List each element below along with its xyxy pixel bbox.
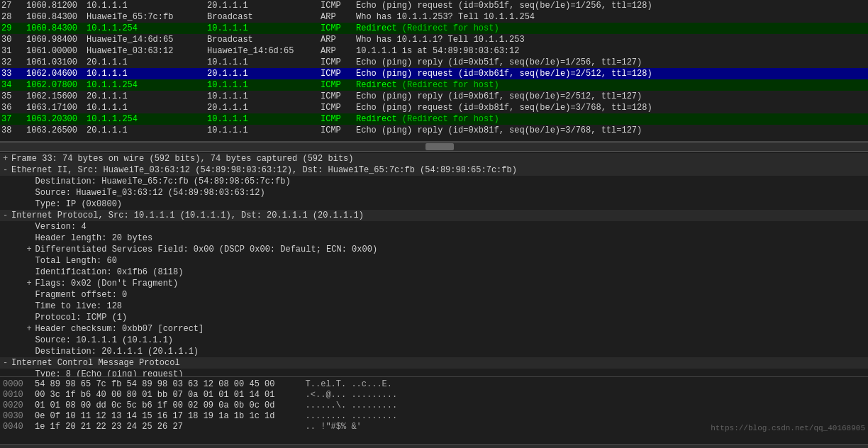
detail-child-row: Time to live: 128 (0, 301, 868, 312)
child-label: Fragment offset: 0 (35, 290, 128, 300)
pkt-info: Redirect (Redirect for host) (356, 23, 499, 33)
packet-row[interactable]: 371063.2030010.1.1.25410.1.1.1ICMPRedire… (0, 113, 868, 125)
pkt-src: 10.1.1.1 (87, 1, 207, 11)
pkt-no: 35 (1, 91, 26, 101)
child-label: Source: HuaweiTe_03:63:12 (54:89:98:03:6… (35, 188, 265, 198)
hex-bytes: 01 01 08 00 dd 0c 5c b6 1f 00 02 09 0a 0… (35, 401, 290, 410)
detail-child-row: + Header checksum: 0xbb07 [correct] (0, 323, 868, 335)
pkt-info: Echo (ping) request (id=0xb81f, seq(be/l… (356, 103, 652, 113)
detail-child-row: Type: IP (0x0800) (0, 198, 868, 210)
hex-bytes: 00 3c 1f b6 40 00 80 01 bb 07 0a 01 01 0… (35, 390, 290, 400)
child-label: Flags: 0x02 (Don't Fragment) (35, 279, 179, 289)
detail-child-row: Destination: 20.1.1.1 (20.1.1.1) (0, 346, 868, 357)
status-bar: Packets: 38 Displayed: 38 Marked: 0 (0, 444, 868, 448)
pkt-no: 32 (1, 57, 26, 67)
pkt-dst: Broadcast (207, 35, 321, 45)
packet-row[interactable]: 291060.8430010.1.1.25410.1.1.1ICMPRedire… (0, 23, 868, 34)
hex-addr: 0030 (3, 411, 35, 421)
pkt-no: 27 (1, 1, 26, 11)
pkt-src: HuaweiTe_03:63:12 (87, 46, 207, 56)
pkt-src: 10.1.1.254 (87, 23, 207, 33)
packet-row[interactable]: 311061.00000HuaweiTe_03:63:12HuaweiTe_14… (0, 45, 868, 57)
pkt-dst: 10.1.1.1 (207, 91, 321, 101)
child-expand-icon[interactable]: + (27, 324, 35, 334)
pkt-no: 34 (1, 80, 26, 90)
pkt-src: 10.1.1.254 (87, 80, 207, 90)
expand-icon[interactable]: + (3, 154, 11, 164)
child-label: Version: 4 (35, 222, 87, 232)
pkt-proto: ARP (321, 35, 356, 45)
hex-bytes: 54 89 98 65 7c fb 54 89 98 03 63 12 08 0… (35, 379, 290, 389)
hex-row: 001000 3c 1f b6 40 00 80 01 bb 07 0a 01 … (0, 389, 868, 400)
pkt-dst: 10.1.1.1 (207, 114, 321, 124)
detail-section-header[interactable]: - Internet Protocol, Src: 10.1.1.1 (10.1… (0, 210, 868, 221)
pkt-time: 1061.00000 (26, 46, 87, 56)
pkt-src: 20.1.1.1 (87, 91, 207, 101)
pkt-proto: ARP (321, 12, 356, 22)
hex-ascii: ......\. ......... (290, 401, 397, 410)
packet-row[interactable]: 361063.1710010.1.1.120.1.1.1ICMPEcho (pi… (0, 102, 868, 113)
packet-row[interactable]: 331062.0460010.1.1.120.1.1.1ICMPEcho (pi… (0, 68, 868, 79)
pkt-no: 36 (1, 103, 26, 113)
pkt-dst: 10.1.1.1 (207, 80, 321, 90)
pkt-proto: ICMP (321, 91, 356, 101)
pkt-time: 1062.15600 (26, 91, 87, 101)
child-label: Identification: 0x1fb6 (8118) (35, 267, 184, 277)
pkt-info: Echo (ping) reply (id=0xb51f, seq(be/le)… (356, 57, 642, 67)
section-label: Internet Protocol, Src: 10.1.1.1 (10.1.1… (11, 211, 364, 220)
pkt-time: 1061.03100 (26, 57, 87, 67)
hex-bytes: 1e 1f 20 21 22 23 24 25 26 27 (35, 422, 290, 432)
packet-row[interactable]: 351062.1560020.1.1.110.1.1.1ICMPEcho (pi… (0, 91, 868, 102)
pkt-proto: ICMP (321, 103, 356, 113)
detail-child-row: Total Length: 60 (0, 255, 868, 267)
hex-ascii: .<..@... ......... (290, 390, 397, 400)
pkt-proto: ICMP (321, 125, 356, 135)
detail-child-row: Identification: 0x1fb6 (8118) (0, 267, 868, 278)
detail-child-row: Header length: 20 bytes (0, 233, 868, 244)
pkt-no: 29 (1, 23, 26, 33)
packet-row[interactable]: 381063.2650020.1.1.110.1.1.1ICMPEcho (pi… (0, 125, 868, 136)
pkt-dst: 20.1.1.1 (207, 69, 321, 79)
scrollbar-thumb[interactable] (425, 143, 454, 150)
detail-section-header[interactable]: - Ethernet II, Src: HuaweiTe_03:63:12 (5… (0, 164, 868, 176)
pkt-info: Redirect (Redirect for host) (356, 80, 499, 90)
packet-list[interactable]: 271060.8120010.1.1.120.1.1.1ICMPEcho (pi… (0, 0, 868, 142)
detail-child-row: + Differentiated Services Field: 0x00 (D… (0, 244, 868, 255)
pkt-dst: Broadcast (207, 12, 321, 22)
detail-child-row: Destination: HuaweiTe_65:7c:fb (54:89:98… (0, 176, 868, 187)
packet-row[interactable]: 321061.0310020.1.1.110.1.1.1ICMPEcho (pi… (0, 57, 868, 68)
pkt-dst: 10.1.1.1 (207, 125, 321, 135)
pkt-info: 10.1.1.1 is at 54:89:98:03:63:12 (356, 46, 519, 56)
expand-icon[interactable]: - (3, 165, 11, 175)
pkt-proto: ICMP (321, 114, 356, 124)
packet-row[interactable]: 301060.98400HuaweiTe_14:6d:65BroadcastAR… (0, 34, 868, 45)
detail-child-row: Type: 8 (Echo (ping) request) (0, 369, 868, 377)
hex-ascii: .. !"#$% &' (290, 422, 362, 432)
pkt-dst: 10.1.1.1 (207, 57, 321, 67)
packet-row[interactable]: 271060.8120010.1.1.120.1.1.1ICMPEcho (pi… (0, 0, 868, 11)
pkt-info: Echo (ping) request (id=0xb51f, seq(be/l… (356, 1, 652, 11)
pkt-time: 1060.84300 (26, 23, 87, 33)
detail-section-header[interactable]: - Internet Control Message Protocol (0, 357, 868, 369)
packet-row[interactable]: 281060.84300HuaweiTe_65:7c:fbBroadcastAR… (0, 11, 868, 23)
expand-icon[interactable]: - (3, 358, 11, 368)
pkt-src: 10.1.1.254 (87, 114, 207, 124)
pkt-no: 37 (1, 114, 26, 124)
detail-child-row: + Flags: 0x02 (Don't Fragment) (0, 278, 868, 289)
section-label: Frame 33: 74 bytes on wire (592 bits), 7… (11, 154, 353, 164)
child-expand-icon[interactable]: + (27, 279, 35, 289)
pkt-dst: HuaweiTe_14:6d:65 (207, 46, 321, 56)
packet-row[interactable]: 341062.0780010.1.1.25410.1.1.1ICMPRedire… (0, 79, 868, 91)
detail-section-header[interactable]: + Frame 33: 74 bytes on wire (592 bits),… (0, 153, 868, 164)
scrollbar-row[interactable] (0, 142, 868, 152)
hex-addr: 0020 (3, 401, 35, 410)
child-label: Differentiated Services Field: 0x00 (DSC… (35, 245, 377, 254)
hex-addr: 0040 (3, 422, 35, 432)
hex-ascii: ........ ......... (290, 411, 397, 421)
pkt-info: Who has 10.1.1.1? Tell 10.1.1.253 (356, 35, 525, 45)
child-expand-icon[interactable]: + (27, 245, 35, 254)
expand-icon[interactable]: - (3, 211, 11, 220)
pkt-time: 1060.81200 (26, 1, 87, 11)
child-label: Type: 8 (Echo (ping) request) (35, 369, 184, 377)
pkt-src: HuaweiTe_65:7c:fb (87, 12, 207, 22)
